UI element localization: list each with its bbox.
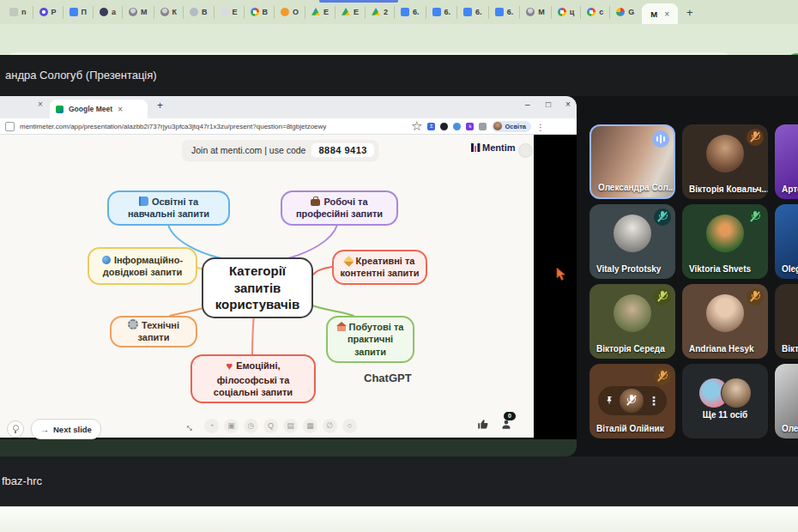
mic-muted-icon	[654, 288, 671, 305]
more-icon[interactable]: ○	[342, 419, 357, 433]
pin-icon[interactable]	[605, 393, 614, 408]
thumbs-up-icon[interactable]	[477, 418, 490, 434]
browser-tab[interactable]: К	[154, 6, 184, 19]
overflow-participants-tile[interactable]: Ще 11 осіб	[682, 364, 768, 438]
qna-icon[interactable]: Q	[263, 419, 278, 433]
participant-name: Vitaly Prototsky	[596, 264, 661, 274]
participant-tile[interactable]: Oleg	[775, 204, 798, 279]
node-label: Побутові та практичні запити	[348, 322, 404, 357]
hint-icon[interactable]	[7, 420, 24, 438]
browser-tab[interactable]: 6.	[394, 6, 426, 19]
participant-tile[interactable]: Вікторія Середа	[589, 284, 675, 359]
browser-tab[interactable]: В	[183, 6, 214, 19]
docs-favicon	[495, 8, 504, 16]
participant-name: Арте	[782, 184, 798, 194]
new-tab-button[interactable]	[686, 6, 693, 19]
timer-icon[interactable]: ◷	[244, 419, 258, 433]
extension-icon[interactable]	[466, 123, 474, 130]
browser-tab[interactable]: n	[3, 6, 33, 19]
browser-menu-icon[interactable]	[536, 118, 545, 134]
meet-stage: Google Meet + mentimeter.com/app/present…	[0, 96, 798, 456]
browser-tab[interactable]: с	[580, 6, 609, 19]
close-window-icon[interactable]	[565, 100, 571, 109]
new-tab-button[interactable]: +	[157, 100, 163, 112]
close-tab-icon[interactable]	[664, 9, 669, 19]
participant-tile[interactable]: Вікторія Ковальч...	[682, 124, 768, 199]
extension-icon[interactable]	[440, 123, 448, 130]
browser-tab[interactable]: ц	[551, 6, 581, 19]
mic-muted-icon	[654, 368, 671, 385]
active-tab-meet[interactable]: М	[642, 3, 678, 24]
mindmap-center-node: Категорії запитів користувачів	[202, 257, 313, 318]
browser-tab[interactable]: П	[63, 6, 93, 19]
browser-tab[interactable]: а	[93, 6, 122, 19]
docs-favicon	[463, 8, 472, 16]
browser-tab[interactable]: G	[609, 6, 640, 19]
screen: n Р П а М К В Е В О Е Е 2 6. 6. 6. 6. М …	[0, 0, 798, 532]
mindmap-node-educational: Освітні та навчальні запити	[107, 190, 230, 226]
reactions-icon[interactable]: ◔	[204, 419, 219, 433]
close-tab-icon[interactable]	[118, 105, 123, 114]
profile-chip[interactable]: Освіта	[492, 121, 531, 132]
pencil-icon	[343, 256, 354, 267]
hide-icon[interactable]: ∅	[323, 419, 337, 433]
next-slide-button[interactable]: Next slide	[31, 419, 101, 439]
menti-toolbar-right: 0	[477, 418, 512, 434]
browser-tab[interactable]: М	[519, 6, 551, 19]
shared-address-bar[interactable]: mentimeter.com/app/presentation/alazbb2i…	[0, 118, 577, 135]
avatar-favicon	[526, 8, 535, 16]
audio-indicator-icon	[652, 130, 669, 148]
more-options-icon[interactable]	[648, 393, 660, 408]
participant-name: Вікто	[782, 344, 798, 354]
browser-tab[interactable]: В	[244, 6, 275, 19]
browser-tab[interactable]: М	[122, 6, 154, 19]
tab-label: 6.	[413, 8, 420, 16]
participant-tile-hovered[interactable]: Віталій Олійник	[589, 364, 675, 438]
browser-tab-strip: n Р П а М К В Е В О Е Е 2 6. 6. 6. 6. М …	[0, 0, 798, 24]
browser-tab[interactable]: Е	[335, 6, 365, 19]
drive-favicon	[311, 8, 320, 16]
browser-tab[interactable]: Е	[305, 6, 335, 19]
avatar-favicon	[160, 8, 169, 16]
audience-count-badge: 0	[504, 412, 516, 420]
extension-icon[interactable]	[427, 123, 435, 130]
avatar	[620, 389, 644, 413]
tab-label: Р	[51, 8, 57, 16]
tab-label: М	[650, 9, 657, 19]
avatar	[706, 294, 744, 332]
browser-tab[interactable]: Е	[214, 6, 244, 19]
participant-tile[interactable]: Вікто	[775, 284, 798, 359]
fullscreen-icon[interactable]	[185, 421, 196, 432]
participant-tile[interactable]: Оле	[775, 364, 798, 438]
audience-icon[interactable]: 0	[500, 419, 512, 434]
shared-active-tab[interactable]: Google Meet	[50, 100, 148, 118]
participant-tile[interactable]: Viktoria Shvets	[682, 204, 768, 279]
browser-tab[interactable]: 6.	[488, 6, 520, 19]
meet-favicon	[56, 106, 63, 113]
browser-tab[interactable]: 6.	[426, 6, 457, 19]
screen-share-tile[interactable]: Google Meet + mentimeter.com/app/present…	[0, 96, 577, 456]
close-tab-icon[interactable]	[38, 100, 43, 109]
maximize-window-icon[interactable]	[546, 100, 551, 109]
grid-icon[interactable]: ▦	[303, 419, 317, 433]
browser-tab[interactable]: Р	[33, 6, 63, 19]
browser-tab[interactable]: О	[274, 6, 305, 19]
menti-toolbar-center: ◔ ▣ ◷ Q ▤ ▦ ∅ ○	[185, 419, 357, 433]
slides-icon[interactable]: ▣	[224, 419, 239, 433]
participant-tile[interactable]: Vitaly Prototsky	[589, 204, 675, 279]
participant-name: Оле	[782, 424, 798, 433]
participant-name: Віталій Олійник	[596, 424, 664, 433]
minimize-window-icon[interactable]	[525, 100, 530, 109]
globe-icon	[102, 256, 111, 264]
participant-tile-speaking[interactable]: Олександра Сол...	[589, 124, 675, 199]
browser-tab[interactable]: 2	[365, 6, 394, 19]
extensions-puzzle-icon[interactable]	[479, 123, 487, 130]
results-icon[interactable]: ▤	[283, 419, 298, 433]
bookmark-star-icon[interactable]	[411, 118, 422, 134]
meet-control-bar: fbaz-hrc 2	[0, 456, 798, 506]
tab-label: Е	[233, 8, 238, 16]
avatar	[614, 294, 651, 332]
extension-icon[interactable]	[453, 123, 461, 130]
participant-tile[interactable]: Арте	[775, 124, 798, 199]
participant-tile[interactable]: Andriana Hesyk	[682, 284, 768, 359]
